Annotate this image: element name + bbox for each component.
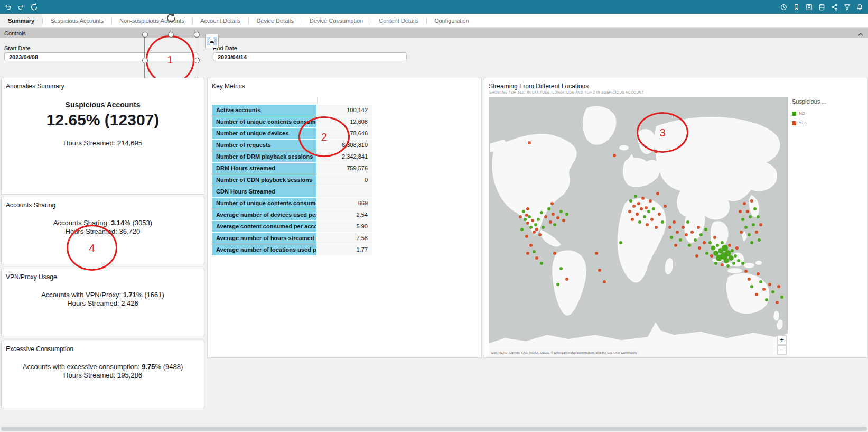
panel-title: Excessive Consumption — [6, 345, 73, 353]
dataset-icon[interactable] — [818, 4, 825, 11]
annotation-tool-icon[interactable] — [205, 34, 219, 48]
map-point — [528, 141, 531, 144]
annotation-number: 1 — [167, 53, 173, 66]
map-point — [752, 223, 755, 226]
map-point — [544, 215, 547, 218]
excessive-consumption-value: Accounts with excessive consumption: 9.7… — [2, 363, 204, 371]
map-point — [737, 259, 740, 262]
resize-handle-ne[interactable] — [194, 32, 200, 38]
map-point — [519, 215, 522, 218]
map-point — [559, 210, 563, 213]
annotation-circle-4[interactable]: 4 — [67, 225, 117, 271]
map-point — [771, 290, 774, 293]
horizontal-scrollbar[interactable] — [1, 427, 867, 431]
tab-summary[interactable]: Summary — [0, 14, 42, 27]
metric-row: Average number of hours streamed per...7… — [212, 233, 372, 244]
map-point — [559, 267, 563, 270]
legend-item-yes[interactable]: YES — [792, 121, 829, 125]
map-point — [534, 223, 537, 226]
map-point — [768, 283, 771, 286]
map-point — [649, 199, 652, 203]
rotate-handle-icon[interactable] — [165, 12, 177, 24]
map-point — [731, 249, 734, 252]
map-point — [526, 207, 529, 210]
annotation-number: 4 — [89, 242, 95, 254]
map-point — [652, 207, 655, 210]
resize-handle-n[interactable] — [168, 32, 174, 38]
map-point — [640, 207, 643, 210]
filter-icon[interactable] — [844, 4, 851, 11]
map-point — [716, 244, 719, 247]
map-point — [565, 213, 568, 216]
map-point — [748, 233, 751, 236]
map-point — [529, 244, 533, 247]
annotation-circle-1[interactable]: 1 — [146, 35, 194, 84]
map-point — [744, 226, 748, 229]
legend-title: Suspicious ... — [792, 98, 829, 105]
map-point — [526, 252, 529, 255]
redo-icon[interactable] — [17, 4, 24, 11]
undo-icon[interactable] — [5, 4, 12, 11]
chevron-up-icon[interactable] — [857, 30, 864, 36]
map-point — [631, 218, 634, 221]
metric-label: Average content consumed per account — [212, 221, 316, 232]
excessive-consumption-card: Excessive Consumption Accounts with exce… — [1, 341, 204, 408]
bookmark-icon[interactable] — [793, 4, 800, 11]
tab-suspicious-accounts[interactable]: Suspicious Accounts — [42, 14, 111, 27]
metric-value: 669 — [318, 198, 372, 209]
metric-value: 2.54 — [318, 209, 372, 220]
map-point — [550, 202, 554, 205]
map-point — [734, 254, 737, 258]
metric-label: Number of unique contents consumed — [212, 116, 316, 127]
annotation-circle-3[interactable]: 3 — [637, 112, 688, 153]
tab-non-suspicious-accounts[interactable]: Non-suspicious Accounts — [111, 14, 192, 27]
bookmark-saved-icon[interactable] — [806, 4, 813, 11]
map-point — [553, 252, 556, 255]
map-point — [758, 238, 761, 242]
metric-value: 5.90 — [318, 221, 372, 232]
suspicious-accounts-headline: Suspicious Accounts — [2, 100, 204, 109]
map-point — [777, 285, 780, 288]
notifications-icon[interactable] — [856, 4, 863, 11]
map-zoom-out-button[interactable]: − — [777, 345, 787, 355]
map-point — [708, 241, 712, 244]
resize-handle-e[interactable] — [194, 58, 200, 63]
map-point — [526, 222, 529, 225]
metric-row: Average number of locations used per ...… — [212, 244, 372, 255]
legend-swatch — [792, 112, 796, 116]
resize-handle-w[interactable] — [142, 58, 148, 63]
map-zoom-in-button[interactable]: + — [777, 335, 787, 345]
key-metrics-card: Key Metrics Active accounts100,142Number… — [207, 78, 482, 358]
map-point — [528, 215, 531, 218]
map-point — [655, 226, 658, 229]
history-icon[interactable] — [780, 4, 787, 11]
map-point — [603, 280, 606, 283]
legend-item-no[interactable]: NO — [792, 111, 829, 116]
tab-account-details[interactable]: Account Details — [192, 14, 248, 27]
panel-title: Accounts Sharing — [6, 201, 55, 209]
map-subtitle: SHOWING TOP 1627 IN LATITUDE, LONGITUDE … — [489, 90, 644, 94]
map-point — [646, 223, 649, 226]
map-point — [619, 241, 622, 244]
annotation-number: 3 — [659, 126, 666, 139]
tab-content-details[interactable]: Content Details — [371, 14, 426, 27]
map-point — [732, 262, 735, 265]
metric-row: Number of unique contents consumed12,608 — [212, 116, 372, 127]
map-point — [757, 272, 760, 275]
map-point — [643, 215, 646, 218]
tab-device-consumption[interactable]: Device Consumption — [302, 14, 371, 27]
controls-bar[interactable]: Controls — [0, 28, 868, 38]
map-point — [695, 254, 698, 258]
resize-handle-nw[interactable] — [142, 32, 148, 38]
share-icon[interactable] — [831, 4, 838, 11]
map-point — [661, 220, 664, 224]
tab-configuration[interactable]: Configuration — [426, 14, 477, 27]
annotation-number: 2 — [321, 131, 328, 143]
annotation-circle-2[interactable]: 2 — [298, 116, 350, 157]
map-point — [664, 205, 667, 208]
map-point — [713, 236, 716, 239]
tab-device-details[interactable]: Device Details — [248, 14, 301, 27]
map-point — [535, 256, 538, 260]
reset-icon[interactable] — [30, 3, 38, 11]
end-date-input[interactable] — [213, 52, 407, 61]
